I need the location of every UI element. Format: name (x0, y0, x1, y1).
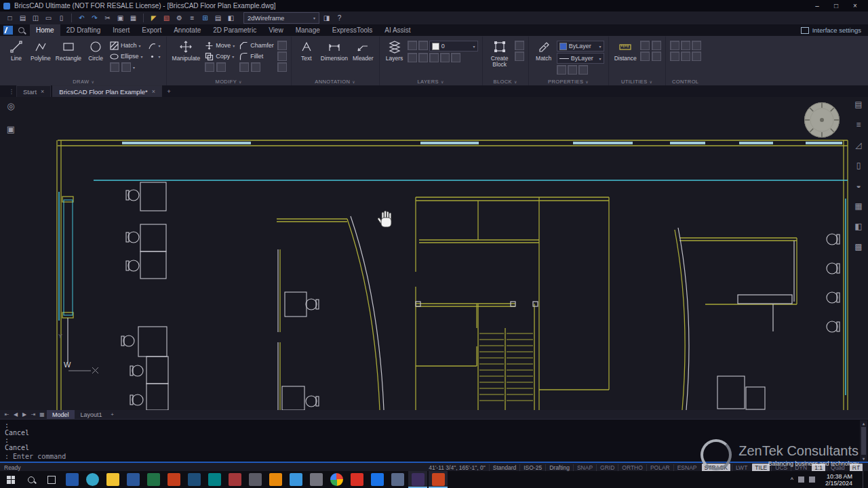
prev-layout-button[interactable]: ◀ (12, 411, 20, 418)
utility-tool-icon[interactable] (640, 52, 650, 61)
window-icon[interactable]: ◨ (321, 13, 332, 23)
excel-icon[interactable] (144, 471, 163, 488)
layout1-tab[interactable]: Layout1 (75, 410, 108, 419)
tab-ai-assist[interactable]: AI Assist (378, 24, 416, 36)
utility-tool-icon[interactable] (652, 41, 661, 50)
copy-icon[interactable]: ▣ (115, 13, 126, 23)
distance-button[interactable]: Distance (613, 39, 638, 62)
navigation-wheel[interactable] (803, 101, 841, 139)
layer-tool-icon[interactable] (418, 53, 428, 62)
control-tool-icon[interactable] (681, 41, 690, 50)
modify-tool-icon[interactable] (277, 52, 287, 61)
taskbar-app-icon[interactable] (368, 471, 387, 488)
render-panel-icon[interactable]: ◒ (852, 180, 865, 192)
layer-state-icon[interactable] (408, 41, 417, 50)
command-scrollbar[interactable]: ▲ ▼ (860, 420, 867, 462)
properties-panel-icon[interactable]: ▤ (852, 98, 865, 110)
move-button[interactable]: Move ▾ (203, 41, 236, 50)
doc-tab-start[interactable]: Start × (16, 85, 51, 97)
new-layout-button[interactable]: + (108, 411, 117, 418)
drawing-canvas[interactable]: W Y (0, 97, 868, 410)
undo-icon[interactable]: ↶ (76, 13, 87, 23)
control-tool-icon[interactable] (670, 52, 679, 61)
help-icon[interactable]: ? (334, 13, 345, 23)
rectangle-button[interactable]: Rectangle (54, 39, 83, 62)
next-layout-button[interactable]: ▶ (20, 411, 28, 418)
visual-style-dropdown[interactable]: 2dWireframe ▾ (243, 12, 319, 24)
tab-expresstools[interactable]: ExpressTools (326, 24, 378, 36)
floor-plan-drawing[interactable]: W Y (0, 97, 868, 410)
taskbar-app-icon[interactable] (388, 471, 407, 488)
draw-more-button[interactable]: ▾ (108, 62, 144, 72)
task-view-button[interactable] (42, 471, 61, 488)
taskbar-app-icon[interactable] (266, 471, 285, 488)
properties-tool-icon[interactable] (578, 65, 588, 75)
mleader-button[interactable]: Mleader (351, 39, 375, 62)
layout-list-icon[interactable]: ▦ (38, 411, 46, 418)
lwt-toggle[interactable]: LWT (732, 464, 751, 471)
settings-icon[interactable]: ⚙ (174, 13, 185, 23)
current-layer-dropdown[interactable]: 0 ▾ (429, 41, 478, 52)
tab-manage[interactable]: Manage (290, 24, 326, 36)
create-block-button[interactable]: Create Block (487, 39, 513, 68)
show-desktop-button[interactable] (863, 471, 867, 488)
ortho-toggle[interactable]: ORTHO (618, 464, 646, 471)
arc-button[interactable]: ▾ (146, 41, 162, 50)
properties-tool-icon[interactable] (557, 65, 566, 75)
tab-view[interactable]: View (262, 24, 290, 36)
dim-style-field[interactable]: ISO-25 (519, 464, 545, 471)
start-button[interactable] (1, 471, 20, 488)
block-tool-icon[interactable] (515, 41, 524, 50)
properties-tool-icon[interactable] (568, 65, 577, 75)
color-dropdown[interactable]: ByLayer ▾ (557, 41, 604, 52)
linetype-dropdown[interactable]: ByLayer ▾ (557, 53, 604, 64)
text-button[interactable]: Text (296, 39, 317, 62)
layer-settings-icon[interactable] (418, 41, 428, 50)
sheet-icon[interactable]: ▤ (212, 13, 224, 23)
fillet-button[interactable]: Fillet (238, 52, 275, 61)
taskbar-search-button[interactable] (22, 471, 41, 488)
tab-2d-drafting[interactable]: 2D Drafting (60, 24, 107, 36)
bricscad-taskbar-icon[interactable] (429, 471, 448, 488)
tab-overflow-handle[interactable]: ⋮ (7, 88, 16, 95)
sliders-icon[interactable]: ≡ (852, 119, 865, 131)
taskbar-app-icon[interactable] (245, 471, 264, 488)
tab-export[interactable]: Export (136, 24, 167, 36)
edge-icon[interactable] (83, 471, 102, 488)
control-tool-icon[interactable] (681, 52, 690, 61)
tab-2d-parametric[interactable]: 2D Parametric (207, 24, 262, 36)
bricscad-logo-icon[interactable] (3, 26, 13, 35)
save-icon[interactable]: ◫ (30, 13, 41, 23)
utility-tool-icon[interactable] (652, 52, 661, 61)
draw-order-icon[interactable]: ◿ (852, 139, 865, 151)
control-tool-icon[interactable] (692, 52, 701, 61)
command-input[interactable]: : Enter command (5, 453, 66, 460)
library-panel-icon[interactable]: ▩ (852, 241, 865, 253)
file-explorer-icon[interactable] (103, 471, 122, 488)
grid-panel-icon[interactable]: ▦ (852, 200, 865, 212)
new-file-icon[interactable]: □ (4, 13, 16, 23)
taskbar-app-icon[interactable] (205, 471, 224, 488)
layers-button[interactable]: Layers (384, 39, 406, 62)
command-panel[interactable]: : Cancel : Cancel : Enter command ▲ ▼ (0, 419, 868, 462)
chamfer-button[interactable]: Chamfer (238, 41, 275, 50)
taskbar-app-icon[interactable] (184, 471, 203, 488)
point-button[interactable]: ▾ (146, 52, 162, 61)
scrollbar-thumb[interactable] (861, 427, 866, 455)
redo-icon[interactable]: ↷ (89, 13, 100, 23)
layer-tool-icon[interactable] (440, 53, 450, 62)
taskbar-app-icon[interactable] (347, 471, 366, 488)
taskbar-app-icon[interactable] (408, 471, 427, 488)
utility-tool-icon[interactable] (640, 41, 650, 50)
manipulate-button[interactable]: Manipulate (171, 39, 202, 62)
powerpoint-icon[interactable] (164, 471, 183, 488)
control-tool-icon[interactable] (692, 41, 701, 50)
sheets-panel-icon[interactable]: ▯ (852, 159, 865, 171)
workspace-field[interactable]: Drafting (545, 464, 573, 471)
block-tool-icon[interactable] (515, 52, 524, 61)
minimize-button[interactable]: – (808, 0, 827, 12)
plot-preview-icon[interactable]: ▯ (56, 13, 67, 23)
maximize-button[interactable]: □ (827, 0, 846, 12)
last-layout-button[interactable]: ⇥ (29, 411, 37, 418)
control-tool-icon[interactable] (670, 41, 679, 50)
